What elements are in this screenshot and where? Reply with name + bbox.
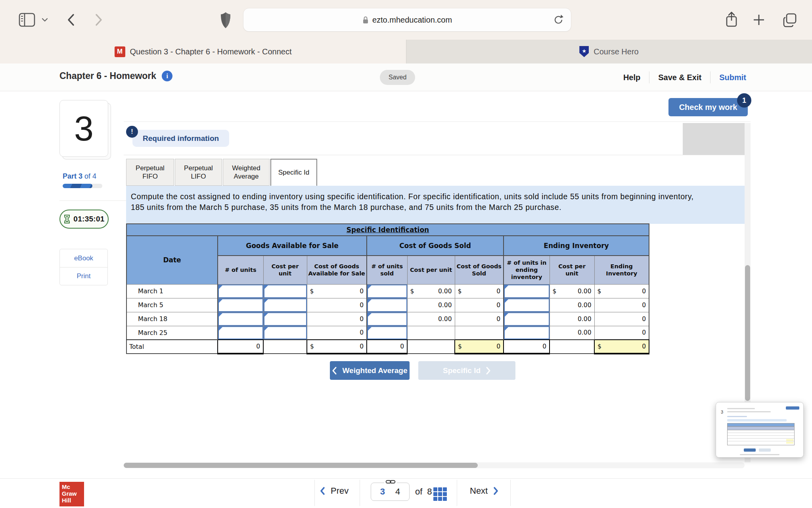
thumbnail-question-number: 3 bbox=[721, 410, 723, 414]
table-input-cell[interactable] bbox=[504, 298, 550, 312]
table-group-header-row: Date Goods Available for Sale Cost of Go… bbox=[126, 236, 649, 256]
row-date: Total bbox=[126, 340, 218, 354]
save-exit-button[interactable]: Save & Exit bbox=[658, 73, 701, 82]
timer-badge: 01:35:01 bbox=[59, 210, 109, 229]
table-value-cell: 0 bbox=[504, 340, 550, 354]
print-link[interactable]: Print bbox=[60, 267, 107, 285]
address-bar[interactable]: ezto.mheducation.com bbox=[243, 8, 571, 31]
resource-links: eBook Print bbox=[59, 249, 108, 285]
chevron-left-icon bbox=[332, 367, 337, 375]
table-blank-cell bbox=[455, 326, 504, 340]
panel-corner-block bbox=[683, 123, 745, 155]
table-value-cell: 0 bbox=[594, 326, 649, 340]
group-header-goods-available: Goods Available for Sale bbox=[218, 236, 367, 256]
submit-button[interactable]: Submit bbox=[719, 73, 746, 82]
back-icon[interactable] bbox=[67, 13, 75, 27]
part-progress-bar bbox=[63, 184, 102, 188]
table-input-cell[interactable] bbox=[218, 284, 263, 298]
progress-fill bbox=[63, 184, 92, 188]
next-question-button[interactable]: Next bbox=[470, 486, 499, 496]
table-input-cell[interactable] bbox=[504, 284, 550, 298]
row-date: March 18 bbox=[126, 312, 218, 326]
prev-question-button[interactable]: Prev bbox=[320, 486, 349, 496]
row-date: March 5 bbox=[126, 298, 218, 312]
table-value-cell: 0.00 bbox=[550, 326, 594, 340]
current-question: 3 bbox=[380, 487, 385, 497]
browser-tab-connect[interactable]: M Question 3 - Chapter 6 - Homework - Co… bbox=[0, 40, 406, 64]
table-input-cell[interactable] bbox=[504, 312, 550, 326]
question-number-input[interactable]: 3 4 bbox=[371, 483, 410, 501]
browser-tab-coursehero[interactable]: ★ Course Hero bbox=[406, 40, 812, 64]
question-number: 3 bbox=[74, 108, 94, 149]
tab-specific-id[interactable]: Specific Id bbox=[270, 159, 317, 186]
divider bbox=[360, 480, 360, 506]
divider bbox=[124, 155, 745, 155]
new-tab-icon[interactable] bbox=[753, 13, 765, 26]
table-value-cell: 0 bbox=[218, 340, 263, 354]
table-input-cell[interactable] bbox=[504, 326, 550, 340]
share-icon[interactable] bbox=[725, 11, 738, 29]
table-input-cell[interactable] bbox=[367, 284, 407, 298]
table-input-cell[interactable] bbox=[367, 312, 407, 326]
saved-status-badge: Saved bbox=[380, 70, 415, 85]
table-value-cell: 0.00 bbox=[407, 312, 455, 326]
coursehero-favicon-icon: ★ bbox=[579, 46, 589, 57]
table-input-cell[interactable] bbox=[218, 326, 263, 340]
help-button[interactable]: Help bbox=[623, 73, 640, 82]
inventory-table-body: March 1$0$0.00$0$0.00$0March 500.0000.00… bbox=[126, 284, 649, 354]
table-total-row: Total0$00$00$0 bbox=[126, 340, 649, 354]
question-number-card: 3 bbox=[59, 100, 108, 157]
thumbnail-check-button bbox=[786, 406, 799, 410]
specific-identification-table: Specific Identification Date Goods Avail… bbox=[126, 223, 649, 354]
info-icon[interactable]: i bbox=[162, 71, 172, 81]
table-input-cell[interactable] bbox=[218, 298, 263, 312]
table-value-cell: 0 bbox=[367, 340, 407, 354]
subheader: Cost of Goods Sold bbox=[455, 256, 504, 284]
subheader: # of units sold bbox=[367, 256, 407, 284]
safari-window: ezto.mheducation.com M Question 3 - Chap… bbox=[0, 0, 812, 508]
table-input-cell[interactable] bbox=[367, 326, 407, 340]
next-chevron-icon bbox=[493, 487, 499, 495]
tab-overview-icon[interactable] bbox=[782, 12, 798, 28]
sidebar-icon[interactable] bbox=[18, 12, 36, 28]
grid-icon[interactable] bbox=[433, 487, 447, 501]
table-row: March 2500.000 bbox=[126, 326, 649, 340]
table-value-cell: $0 bbox=[594, 284, 649, 298]
ebook-link[interactable]: eBook bbox=[60, 249, 107, 267]
table-input-cell[interactable] bbox=[263, 312, 307, 326]
table-value-cell: 0 bbox=[307, 326, 367, 340]
table-input-cell[interactable] bbox=[218, 312, 263, 326]
table-blank-cell bbox=[407, 326, 455, 340]
horizontal-scrollbar-thumb[interactable] bbox=[124, 463, 478, 468]
table-input-cell[interactable] bbox=[263, 326, 307, 340]
browser-toolbar: ezto.mheducation.com bbox=[0, 0, 812, 40]
table-value-cell: 0 bbox=[455, 298, 504, 312]
part-progress-label: Part 3 of 4 bbox=[63, 172, 96, 181]
next-tab-button-disabled[interactable]: Specific Id bbox=[418, 361, 515, 380]
forward-icon[interactable] bbox=[94, 13, 103, 27]
table-input-cell[interactable] bbox=[367, 298, 407, 312]
divider bbox=[59, 200, 132, 201]
table-input-cell[interactable] bbox=[263, 284, 307, 298]
prev-tab-button[interactable]: Weighted Average bbox=[330, 361, 410, 380]
vertical-scrollbar-thumb[interactable] bbox=[745, 265, 750, 401]
mcgrawhill-favicon-icon: M bbox=[115, 46, 125, 57]
tab-perpetual-lifo[interactable]: Perpetual LIFO bbox=[175, 159, 222, 186]
table-input-cell[interactable] bbox=[263, 298, 307, 312]
group-header-ending-inventory: Ending Inventory bbox=[504, 236, 649, 256]
table-row: March 500.0000.000 bbox=[126, 298, 649, 312]
tab-perpetual-fifo[interactable]: Perpetual FIFO bbox=[126, 159, 174, 186]
privacy-shield-icon[interactable] bbox=[220, 12, 232, 29]
check-my-work-button[interactable]: Check my work bbox=[668, 98, 748, 116]
divider bbox=[314, 480, 315, 506]
tab-weighted-average[interactable]: Weighted Average bbox=[223, 159, 270, 186]
divider bbox=[124, 121, 751, 122]
reload-icon[interactable] bbox=[553, 14, 564, 26]
table-row: March 1$0$0.00$0$0.00$0 bbox=[126, 284, 649, 298]
subheader: Cost per unit bbox=[407, 256, 455, 284]
table-value-cell: 0.00 bbox=[550, 298, 594, 312]
chevron-down-icon[interactable] bbox=[41, 17, 48, 22]
column-header-date: Date bbox=[126, 236, 218, 284]
table-value-cell: $0 bbox=[455, 284, 504, 298]
page-preview-thumbnail[interactable]: 3 bbox=[716, 402, 804, 458]
